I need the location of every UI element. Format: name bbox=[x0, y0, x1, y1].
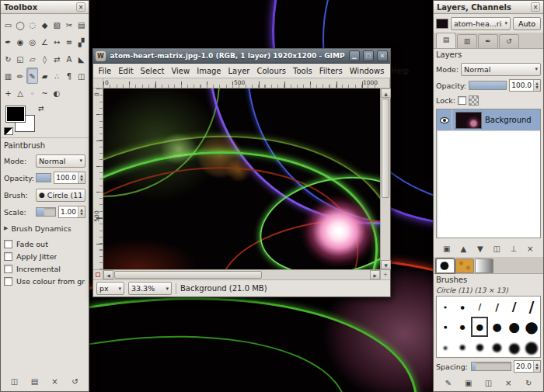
crop-tool[interactable]: ▞ bbox=[75, 33, 87, 50]
patterns-dock-tab[interactable] bbox=[455, 258, 474, 273]
spinner-arrows[interactable]: ▲▼ bbox=[78, 206, 85, 217]
anchor-layer-button[interactable]: ⊥ bbox=[506, 241, 521, 255]
incremental-checkbox-row[interactable]: Incremental bbox=[4, 262, 85, 275]
smudge-tool[interactable]: ~ bbox=[39, 85, 51, 101]
menu-filters[interactable]: Filters bbox=[316, 65, 346, 77]
restore-tool-options-button[interactable]: ▤ bbox=[27, 374, 43, 388]
brush-circle-03[interactable]: ● bbox=[437, 317, 454, 337]
close-icon[interactable]: × bbox=[377, 50, 388, 61]
menu-image[interactable]: Image bbox=[194, 65, 225, 77]
navigation-button[interactable]: + bbox=[380, 269, 390, 279]
brush-dot-medium[interactable]: ● bbox=[454, 297, 471, 317]
free-select-tool[interactable]: ◌ bbox=[26, 16, 38, 33]
perspective-clone-tool[interactable]: △ bbox=[15, 85, 26, 101]
scroll-right-icon[interactable]: ▶ bbox=[370, 270, 380, 279]
fuzzy-select-tool[interactable]: ◆ bbox=[39, 16, 51, 33]
duplicate-brush-button[interactable]: ◫ bbox=[480, 376, 496, 390]
spinner-arrows[interactable]: ▲▼ bbox=[533, 80, 540, 91]
spin-down-icon[interactable]: ▼ bbox=[534, 85, 540, 89]
blend-tool[interactable]: ▥ bbox=[2, 68, 14, 84]
layers-tab[interactable]: ▤ bbox=[436, 33, 456, 48]
brush-circle-fuzzy-07[interactable]: ● bbox=[454, 337, 471, 357]
menu-edit[interactable]: Edit bbox=[115, 65, 137, 77]
horizontal-ruler[interactable]: 0 500 1000 bbox=[103, 78, 380, 88]
horizontal-scrollbar[interactable]: ◀ ▶ bbox=[103, 269, 380, 279]
pencil-tool[interactable]: ✏ bbox=[15, 68, 26, 84]
checkbox[interactable] bbox=[4, 240, 12, 248]
brushes-dock-tab[interactable] bbox=[436, 258, 455, 273]
save-tool-options-button[interactable]: ◫ bbox=[7, 374, 23, 388]
bucket-fill-tool[interactable]: ◣ bbox=[75, 50, 87, 67]
gradients-dock-tab[interactable] bbox=[475, 258, 493, 273]
spinner-arrows[interactable]: ▲▼ bbox=[533, 361, 540, 372]
canvas[interactable] bbox=[103, 88, 380, 269]
opacity-slider[interactable] bbox=[36, 173, 51, 182]
brush-dot-small[interactable]: ● bbox=[437, 297, 454, 317]
clone-tool[interactable]: ◫ bbox=[75, 68, 87, 84]
visibility-eye-icon[interactable] bbox=[440, 117, 449, 123]
brush-circle-23[interactable]: ● bbox=[523, 317, 540, 337]
brush-calligraphic-4[interactable]: / bbox=[523, 297, 540, 317]
paths-tab[interactable]: ✒ bbox=[478, 34, 498, 48]
brush-calligraphic-2[interactable]: / bbox=[488, 297, 505, 317]
brush-circle-19[interactable]: ● bbox=[506, 317, 523, 337]
image-window-titlebar[interactable]: W atom-heart-matrix.jpg-1.0 (RGB, 1 laye… bbox=[93, 49, 390, 64]
scale-tool[interactable]: ◱ bbox=[15, 50, 26, 67]
ink-tool[interactable]: ¶ bbox=[64, 68, 75, 84]
scissors-select-tool[interactable]: ✂ bbox=[64, 16, 75, 33]
checkbox[interactable] bbox=[4, 265, 12, 273]
scale-spinner[interactable]: 1.00 ▲▼ bbox=[58, 206, 85, 218]
brush-calligraphic-1[interactable]: / bbox=[471, 297, 488, 317]
fade-out-checkbox-row[interactable]: Fade out bbox=[4, 238, 85, 250]
brush-circle-fuzzy-11[interactable]: ● bbox=[471, 337, 488, 357]
zoom-tool[interactable]: ◎ bbox=[26, 33, 38, 50]
spacing-slider[interactable] bbox=[471, 362, 511, 371]
brush-select[interactable]: ● Circle (11) bbox=[36, 189, 85, 202]
layers-titlebar[interactable]: Layers, Channels × bbox=[434, 1, 543, 14]
new-layer-button[interactable]: ▣ bbox=[439, 241, 455, 255]
minimize-icon[interactable]: ▁ bbox=[349, 50, 360, 61]
brush-circle-15[interactable]: ● bbox=[488, 317, 505, 337]
edit-brush-button[interactable]: ✎ bbox=[441, 376, 456, 390]
airbrush-tool[interactable]: ∴ bbox=[51, 68, 63, 84]
layer-mode-select[interactable]: Normal ▾ bbox=[461, 63, 541, 76]
use-colour-from-gradient-checkbox-row[interactable]: Use colour from gradien bbox=[4, 275, 85, 287]
checkbox[interactable] bbox=[4, 252, 12, 261]
scale-slider[interactable] bbox=[36, 207, 56, 217]
spinner-arrows[interactable]: ▲▼ bbox=[78, 172, 85, 183]
brush-circle-fuzzy-15[interactable]: ● bbox=[488, 337, 505, 357]
close-icon[interactable]: × bbox=[531, 2, 540, 12]
eraser-tool[interactable]: ▰ bbox=[39, 68, 51, 84]
align-tool[interactable]: ≡ bbox=[64, 33, 75, 50]
spin-down-icon[interactable]: ▼ bbox=[78, 178, 85, 182]
close-icon[interactable]: × bbox=[76, 2, 85, 12]
measure-tool[interactable]: ∠ bbox=[39, 33, 51, 50]
maximize-icon[interactable]: □ bbox=[363, 50, 374, 61]
layer-row-background[interactable]: Background bbox=[437, 109, 540, 131]
toolbox-titlebar[interactable]: Toolbox × bbox=[1, 1, 89, 14]
rotate-tool[interactable]: ↻ bbox=[2, 50, 14, 67]
raise-layer-button[interactable]: ▲ bbox=[455, 241, 471, 255]
auto-button[interactable]: Auto bbox=[513, 17, 541, 30]
brush-dynamics-expander[interactable]: ▶ Brush Dynamics bbox=[4, 222, 85, 234]
heal-tool[interactable]: + bbox=[2, 85, 14, 101]
menu-view[interactable]: View bbox=[168, 65, 194, 77]
ruler-corner[interactable] bbox=[93, 78, 103, 88]
ellipse-select-tool[interactable]: ◯ bbox=[15, 16, 26, 33]
brush-circle-07[interactable]: ● bbox=[454, 317, 471, 337]
scroll-down-icon[interactable]: ▼ bbox=[381, 260, 391, 269]
brush-circle-fuzzy-23[interactable]: ● bbox=[523, 337, 540, 357]
duplicate-layer-button[interactable]: ◫ bbox=[489, 241, 504, 255]
delete-tool-options-button[interactable]: × bbox=[47, 374, 63, 388]
brush-circle-11[interactable]: ● bbox=[471, 317, 488, 337]
vertical-scroll-thumb[interactable] bbox=[382, 99, 389, 198]
delete-brush-button[interactable]: × bbox=[500, 376, 516, 390]
spin-down-icon[interactable]: ▼ bbox=[534, 366, 540, 370]
spacing-spinner[interactable]: 20.0 ▲▼ bbox=[514, 360, 541, 373]
brush-calligraphic-3[interactable]: / bbox=[506, 297, 523, 317]
foreground-select-tool[interactable]: ▤ bbox=[75, 16, 87, 33]
unit-select[interactable]: px ▾ bbox=[96, 282, 124, 295]
menu-select[interactable]: Select bbox=[137, 65, 168, 77]
move-tool[interactable]: ↔ bbox=[51, 33, 63, 50]
vertical-scrollbar[interactable]: ▲ ▼ bbox=[380, 88, 390, 269]
